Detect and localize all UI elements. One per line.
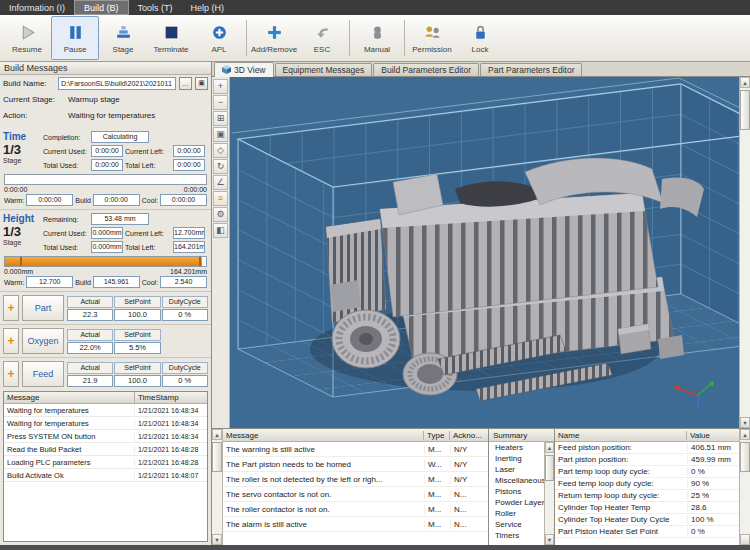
viewport-tool-icon[interactable]: + [213, 79, 228, 94]
viewport-tool-icon[interactable]: ◧ [213, 223, 228, 238]
param-row[interactable]: Feed temp loop duty cycle:90 % [555, 478, 739, 490]
param-row[interactable]: Cylinder Top Heater Temp28.6 [555, 502, 739, 514]
summary-item-service[interactable]: Service [489, 519, 544, 530]
menu-information[interactable]: Information (I) [0, 0, 74, 15]
scrollbar-track[interactable] [212, 440, 222, 534]
viewport-tool-icon[interactable]: ◇ [213, 143, 228, 158]
params-value-header[interactable]: Value [687, 431, 739, 440]
feed-expand-button[interactable]: + [3, 361, 19, 387]
bottom-panels: ▲ ▼ Message Type Ackno... The warning is… [212, 428, 750, 545]
param-row[interactable]: Part Piston Heater Set Point0 % [555, 526, 739, 538]
log-timestamp-header[interactable]: TimeStamp [135, 392, 207, 403]
log-row[interactable]: Build Activate Ok1/21/2021 16:48:07 [4, 469, 207, 482]
add-remove-button[interactable]: Add/Remove [250, 16, 298, 60]
params-scrollbar[interactable]: ▲ [739, 429, 750, 545]
param-row[interactable]: Part piston position:459.99 mm [555, 454, 739, 466]
viewport-tool-icon[interactable]: ▣ [213, 127, 228, 142]
menu-help[interactable]: Help (H) [182, 0, 234, 15]
log-row[interactable]: Press SYSTEM ON button1/21/2021 16:48:34 [4, 430, 207, 443]
scroll-up-icon[interactable]: ▲ [545, 442, 554, 453]
summary-item-laser[interactable]: Laser [489, 464, 544, 475]
scrollbar-thumb[interactable] [740, 442, 750, 472]
oxygen-setpoint-value[interactable]: 5.5% [114, 342, 160, 354]
alerts-type-header[interactable]: Type [424, 431, 450, 440]
params-name-header[interactable]: Name [555, 431, 687, 440]
alert-row[interactable]: The alarm is still activeM...N... [223, 517, 488, 532]
alerts-ack-header[interactable]: Ackno... [450, 431, 488, 440]
viewport-tool-icon[interactable]: ∠ [213, 175, 228, 190]
feed-setpoint-value[interactable]: 100.0 [114, 375, 160, 387]
scrollbar-thumb[interactable] [740, 90, 750, 130]
lock-button[interactable]: Lock [456, 16, 504, 60]
tab-part-parameters-editor[interactable]: Part Parameters Editor [480, 63, 582, 76]
param-row[interactable]: Feed piston position:406.51 mm [555, 442, 739, 454]
alert-row[interactable]: The servo contactor is not on.M...N... [223, 487, 488, 502]
build-name-more-button[interactable]: ▣ [195, 77, 208, 90]
alert-row[interactable]: The warning is still activeM...N/Y [223, 442, 488, 457]
viewport-scrollbar[interactable]: ▲ ▼ [739, 77, 750, 428]
scroll-up-icon[interactable]: ▲ [212, 429, 222, 440]
summary-item-pistons[interactable]: Pistons [489, 486, 544, 497]
browse-button[interactable]: ... [179, 77, 192, 90]
log-row[interactable]: Loading PLC parameters1/21/2021 16:48:28 [4, 456, 207, 469]
scroll-down-icon[interactable]: ▼ [212, 534, 222, 545]
scrollbar-track[interactable] [545, 453, 554, 534]
param-row[interactable]: Return temp loop duty cycle:25 % [555, 490, 739, 502]
tab-build-parameters-editor[interactable]: Build Parameters Editor [373, 63, 479, 76]
tab-3d-view[interactable]: 3D View [214, 62, 274, 77]
part-expand-button[interactable]: + [3, 295, 19, 321]
log-row[interactable]: Waiting for temperatures1/21/2021 16:48:… [4, 404, 207, 417]
viewport-tool-icon[interactable]: ⚙ [213, 207, 228, 222]
summary-item-inerting[interactable]: Inerting [489, 453, 544, 464]
esc-button[interactable]: ESC [298, 16, 346, 60]
part-label[interactable]: Part [22, 295, 64, 321]
param-row[interactable]: Cylinder Top Heater Duty Cycle100 % [555, 514, 739, 526]
alerts-message-header[interactable]: Message [223, 431, 424, 440]
oxygen-expand-button[interactable]: + [3, 328, 19, 354]
viewport-tool-icon[interactable]: ≡ [213, 191, 228, 206]
menu-build[interactable]: Build (B) [74, 0, 129, 15]
build-name-input[interactable]: D:\FarsoonSLS\build\2021\2021011 [58, 77, 176, 90]
summary-item-heaters[interactable]: Heaters [489, 442, 544, 453]
scroll-down-icon[interactable]: ▼ [740, 417, 750, 428]
scroll-up-icon[interactable]: ▲ [740, 429, 750, 440]
pause-button[interactable]: Pause [51, 16, 99, 60]
feed-label[interactable]: Feed [22, 361, 64, 387]
stage-button[interactable]: Stage [99, 16, 147, 60]
part-setpoint-value[interactable]: 100.0 [114, 309, 160, 321]
resume-button[interactable]: Resume [3, 16, 51, 60]
param-row[interactable]: Part temp loop duty cycle:0 % [555, 466, 739, 478]
viewport-tool-icon[interactable]: ↻ [213, 159, 228, 174]
scrollbar-track[interactable] [740, 88, 750, 417]
permission-button[interactable]: Permission [408, 16, 456, 60]
tab-equipment-messages[interactable]: Equipment Messages [275, 63, 373, 76]
scroll-down-icon[interactable] [740, 534, 750, 545]
manual-button[interactable]: Manual [353, 16, 401, 60]
scrollbar-thumb[interactable] [212, 442, 222, 472]
log-row[interactable]: Waiting for temperatures1/21/2021 16:48:… [4, 417, 207, 430]
viewport-tool-icon[interactable]: − [213, 95, 228, 110]
summary-item-miscellaneous[interactable]: Miscellaneous [489, 475, 544, 486]
alerts-scrollbar[interactable]: ▲ ▼ [212, 429, 223, 545]
oxygen-label[interactable]: Oxygen [22, 328, 64, 354]
summary-header[interactable]: Summary [489, 429, 554, 442]
summary-item-roller[interactable]: Roller [489, 508, 544, 519]
log-row[interactable]: Read the Build Packet1/21/2021 16:48:28 [4, 443, 207, 456]
remaining-label: Remaining: [43, 216, 89, 223]
summary-item-timers[interactable]: Timers [489, 530, 544, 541]
log-message-header[interactable]: Message [4, 392, 135, 403]
apl-button[interactable]: APL [195, 16, 243, 60]
alert-row[interactable]: The roller contactor is not on.M...N... [223, 502, 488, 517]
scrollbar-thumb[interactable] [545, 455, 554, 481]
viewport-tool-icon[interactable]: ⊞ [213, 111, 228, 126]
terminate-button[interactable]: Terminate [147, 16, 195, 60]
scroll-up-icon[interactable]: ▲ [740, 77, 750, 88]
scroll-down-icon[interactable]: ▼ [545, 534, 554, 545]
alert-row[interactable]: The roller is not detected by the left o… [223, 472, 488, 487]
3d-build-chamber-scene[interactable] [230, 77, 739, 428]
summary-scrollbar[interactable]: ▲ ▼ [544, 442, 554, 545]
menu-tools[interactable]: Tools (T) [129, 0, 182, 15]
scrollbar-track[interactable] [740, 440, 750, 534]
summary-item-powder-layer[interactable]: Powder Layer [489, 497, 544, 508]
alert-row[interactable]: The Part piston needs to be homedW...N/Y [223, 457, 488, 472]
